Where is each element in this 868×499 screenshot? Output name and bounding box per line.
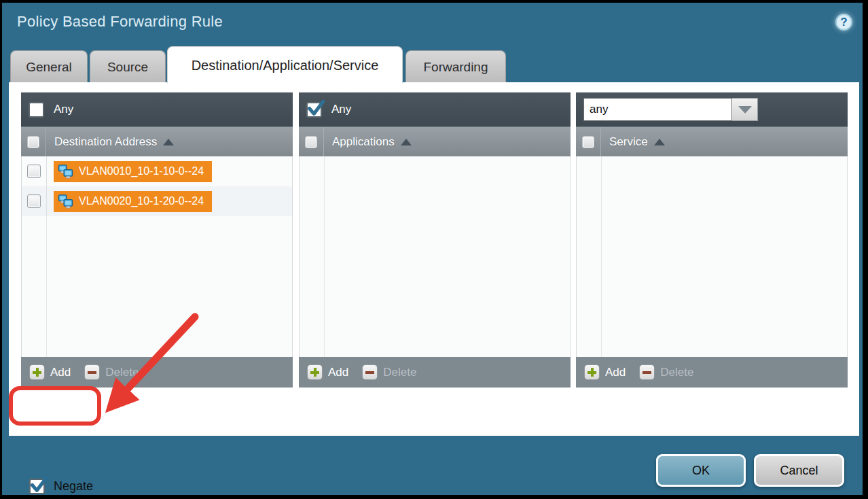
applications-panel: Any Applications Add Delete [299,92,571,388]
column-divider [324,156,325,357]
sort-ascending-icon [654,139,665,145]
add-icon [584,364,600,380]
add-button[interactable]: Add [584,364,626,380]
delete-button[interactable]: Delete [362,364,416,380]
cancel-button[interactable]: Cancel [754,454,844,487]
applications-any-checkbox[interactable] [306,102,322,118]
add-icon [29,364,45,380]
delete-icon [639,364,655,380]
service-list [576,156,848,357]
ok-button[interactable]: OK [656,454,746,487]
service-sort-header[interactable]: Service [601,135,665,149]
add-button[interactable]: Add [29,364,71,380]
destination-address-sort-header[interactable]: Destination Address [46,135,174,149]
service-dropdown-header [576,92,848,126]
destination-selectall-checkbox[interactable] [27,136,39,148]
applications-toolbar: Add Delete [299,357,571,388]
service-dropdown-button[interactable] [732,98,758,121]
chevron-down-icon [738,106,752,114]
delete-button[interactable]: Delete [84,364,139,380]
add-icon [307,364,323,380]
policy-forwarding-dialog: Policy Based Forwarding Rule ? General S… [2,3,863,495]
negate-label: Negate [54,479,93,494]
delete-icon [362,364,378,380]
column-divider [601,156,602,357]
tab-general[interactable]: General [10,50,88,82]
tab-forwarding[interactable]: Forwarding [405,50,506,82]
tab-source[interactable]: Source [90,50,166,82]
destination-list: VLAN0010_10-1-10-0--24 [21,156,293,357]
service-panel: Service Add Delete [576,92,848,388]
destination-any-header: Any [21,92,293,126]
delete-icon [84,364,100,380]
destination-panel: Any Destination Address [21,92,293,388]
table-row: VLAN0020_10-1-20-0--24 [22,186,292,216]
add-button[interactable]: Add [307,364,348,380]
address-object-chip[interactable]: VLAN0020_10-1-20-0--24 [54,191,212,212]
row-checkbox[interactable] [27,194,41,208]
applications-any-header: Any [299,92,571,126]
negate-checkbox[interactable] [29,479,45,494]
address-object-chip[interactable]: VLAN0010_10-1-10-0--24 [54,161,212,182]
table-row: VLAN0010_10-1-10-0--24 [22,156,292,186]
applications-any-label: Any [331,103,351,116]
sort-ascending-icon [401,139,412,145]
applications-sort-header[interactable]: Applications [324,135,412,149]
service-column-header: Service [576,126,848,156]
service-dropdown [583,98,758,121]
sort-ascending-icon [163,139,174,145]
checkmark-icon [29,476,48,494]
destination-any-checkbox[interactable] [29,102,44,118]
network-address-icon [58,194,74,209]
address-object-label: VLAN0020_10-1-20-0--24 [79,195,204,207]
tab-content-area: Any Destination Address [9,82,859,436]
service-toolbar: Add Delete [576,357,848,388]
negate-control: Negate [29,479,93,494]
network-address-icon [58,165,74,179]
service-dropdown-input[interactable] [583,98,732,121]
row-checkbox[interactable] [27,165,41,178]
applications-column-header: Applications [299,126,571,156]
destination-toolbar: Add Delete [21,357,293,388]
help-icon[interactable]: ? [835,14,852,31]
checkmark-icon [306,99,325,118]
address-object-label: VLAN0010_10-1-10-0--24 [79,165,204,177]
applications-selectall-checkbox[interactable] [305,136,317,148]
tab-destination-application-service[interactable]: Destination/Application/Service [167,46,403,83]
dialog-title: Policy Based Forwarding Rule [17,13,223,31]
service-selectall-checkbox[interactable] [582,136,594,148]
destination-column-header: Destination Address [21,126,293,156]
applications-list [299,156,571,357]
delete-button[interactable]: Delete [639,364,693,380]
destination-any-label: Any [54,103,73,116]
